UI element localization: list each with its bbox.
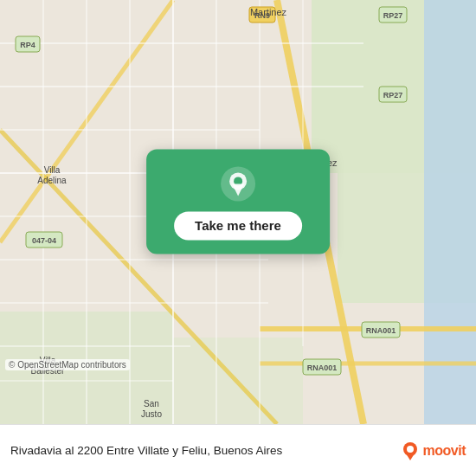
svg-rect-5: [424, 0, 476, 424]
moovit-pin-icon: [401, 441, 420, 460]
svg-text:San: San: [144, 399, 159, 408]
address-label: Rivadavia al 2200 Entre Villate y Feliu,…: [10, 444, 394, 457]
svg-text:Villa: Villa: [44, 165, 61, 175]
svg-text:047-04: 047-04: [32, 236, 56, 245]
moovit-logo: moovit: [401, 441, 466, 460]
svg-text:Martinez: Martinez: [250, 7, 287, 17]
svg-text:Justo: Justo: [141, 409, 162, 419]
svg-text:Adelina: Adelina: [37, 176, 67, 185]
take-me-there-button[interactable]: Take me there: [174, 211, 302, 240]
svg-text:RP27: RP27: [383, 91, 403, 100]
moovit-brand-label: moovit: [423, 443, 466, 459]
svg-text:RNA001: RNA001: [366, 326, 396, 335]
svg-point-56: [407, 446, 414, 453]
navigation-card[interactable]: Take me there: [146, 149, 330, 254]
location-pin-icon: [219, 164, 257, 203]
svg-marker-57: [406, 453, 415, 460]
svg-text:RP4: RP4: [20, 41, 35, 49]
bottom-bar: Rivadavia al 2200 Entre Villate y Feliu,…: [0, 424, 476, 476]
svg-text:RP27: RP27: [383, 11, 403, 20]
map-container: RN9 RP27 RP27 RP4 047-04 RNA001 RNA001 R…: [0, 0, 476, 424]
map-copyright: © OpenStreetMap contributors: [5, 359, 130, 370]
svg-text:RNA001: RNA001: [307, 363, 338, 372]
